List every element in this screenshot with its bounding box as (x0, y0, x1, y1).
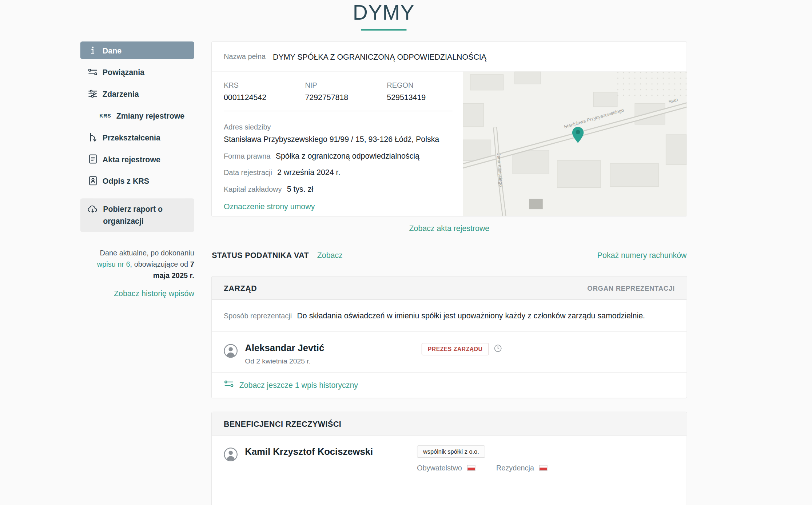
sidebar-item-akta-rejestrowe[interactable]: Akta rejestrowe (80, 150, 194, 168)
bank-accounts-link[interactable]: Pokaż numery rachunków (597, 251, 687, 259)
beneficiary-name: Kamil Krzysztof Kociszewski (245, 446, 417, 457)
representation-row: Sposób reprezentacji Do składania oświad… (212, 300, 686, 332)
board-member-role-area: PREZES ZARZĄDU (422, 343, 502, 355)
location-map[interactable]: Stanisława Przybyszewskiego Jana Kilińsk… (463, 71, 687, 216)
cloud-download-icon (88, 205, 98, 215)
sidebar-item-odpis-z-krs[interactable]: Odpis z KRS (80, 172, 194, 190)
share-capital-field: Kapitał zakładowy 5 tys. zł (224, 184, 453, 193)
registry-ids-row: KRS 0001124542 NIP 7292757818 REGON 5295… (224, 81, 453, 111)
registration-date-label: Data rejestracji (224, 168, 272, 177)
representation-text: Do składania oświadczeń w imieniu spółki… (297, 311, 645, 320)
entry-number-link[interactable]: wpisu nr 6 (97, 260, 130, 268)
sidebar-item-zmiany-rejestrowe[interactable]: KRS Zmiany rejestrowe (80, 107, 194, 124)
company-info-card: Nazwa pełna DYMY SPÓŁKA Z OGRANICZONĄ OD… (211, 41, 687, 216)
sidebar: Dane Powiązania Zdarzenia KRS Zmiany rej… (80, 41, 194, 298)
board-title: ZARZĄD (224, 283, 257, 292)
citizenship-row: Obywatelstwo Rezydencja (417, 464, 548, 472)
sidebar-item-label: Akta rejestrowe (103, 155, 160, 163)
beneficiaries-title: BENEFICJENCI RZECZYWIŚCI (224, 419, 341, 428)
download-report-label: Pobierz raport o organizacji (103, 203, 188, 227)
page: DYMY Dane Powiązania Zdarzenia KRS Zmian… (0, 0, 812, 505)
map-dark-building (529, 199, 543, 209)
person-avatar-icon (224, 344, 238, 360)
registration-date-value: 2 września 2024 r. (277, 168, 340, 176)
regon-label: REGON (387, 81, 426, 89)
poland-flag-icon (539, 465, 548, 471)
beneficiary-row: Kamil Krzysztof Kociszewski wspólnik spó… (212, 436, 686, 479)
board-member-row: Aleksandar Jevtić Od 2 kwietnia 2025 r. … (212, 332, 686, 372)
transform-icon (88, 132, 97, 142)
vat-check-link[interactable]: Zobacz (317, 251, 343, 259)
board-card-header: ZARZĄD ORGAN REPREZENTACJI (212, 277, 686, 300)
info-icon (88, 46, 97, 55)
map-canvas: Stanisława Przybyszewskiego Jana Kilińsk… (463, 71, 687, 216)
role-badge: PREZES ZARZĄDU (422, 343, 489, 355)
regon-field: REGON 529513419 (387, 81, 426, 102)
sidebar-item-label: Przekształcenia (103, 133, 160, 142)
sidebar-item-dane[interactable]: Dane (80, 41, 194, 59)
board-subtitle: ORGAN REPREZENTACJI (587, 284, 674, 292)
company-details: KRS 0001124542 NIP 7292757818 REGON 5295… (212, 71, 463, 216)
sidebar-item-powiazania[interactable]: Powiązania (80, 63, 194, 81)
board-history-row: Zobacz jeszcze 1 wpis historyczny (212, 372, 686, 398)
sidebar-item-przeksztalcenia[interactable]: Przekształcenia (80, 128, 194, 146)
sidebar-item-label: Odpis z KRS (103, 176, 149, 185)
board-member-since: Od 2 kwietnia 2025 r. (245, 357, 421, 365)
beneficiaries-card-header: BENEFICJENCI RZECZYWIŚCI (212, 412, 686, 436)
registry-files-row: Zobacz akta rejestrowe (211, 224, 687, 233)
full-name-value: DYMY SPÓŁKA Z OGRANICZONĄ ODPOWIEDZIALNO… (273, 52, 486, 61)
share-capital-value: 5 tys. zł (287, 184, 313, 193)
title-block: DYMY (80, 0, 687, 31)
history-entries-icon (224, 380, 234, 390)
board-card: ZARZĄD ORGAN REPREZENTACJI Sposób reprez… (211, 276, 687, 398)
poland-flag-icon (467, 465, 475, 471)
document-icon (88, 154, 97, 164)
vat-status-row: STATUS PODATNIKA VAT Zobacz Pokaż numery… (211, 251, 687, 259)
data-current-note: Dane aktualne, po dokonaniu wpisu nr 6, … (80, 247, 194, 282)
beneficiary-info: Kamil Krzysztof Kociszewski (245, 446, 417, 457)
title-underline (361, 29, 406, 31)
residency-label: Rezydencja (496, 464, 534, 472)
entries-history-link[interactable]: Zobacz historię wpisów (80, 289, 194, 298)
sidebar-item-zdarzenia[interactable]: Zdarzenia (80, 85, 194, 102)
beneficiaries-card: BENEFICJENCI RZECZYWIŚCI Kamil Krzysztof… (211, 412, 687, 505)
address-label: Adres siedziby (224, 123, 271, 131)
sidebar-item-label: Zdarzenia (103, 90, 139, 98)
nip-value: 7292757818 (305, 93, 387, 102)
note-part1: Dane aktualne, po dokonaniu (100, 248, 194, 257)
full-name-label: Nazwa pełna (224, 52, 266, 61)
registry-files-link[interactable]: Zobacz akta rejestrowe (409, 224, 489, 232)
sidebar-item-label: Zmiany rejestrowe (116, 111, 184, 120)
beneficiary-role-badge: wspólnik spółki z o.o. (417, 445, 485, 458)
legal-form-field: Forma prawna Spółka z ograniczoną odpowi… (224, 151, 453, 160)
beneficiary-role-area: wspólnik spółki z o.o. Obywatelstwo Rezy… (417, 446, 548, 472)
page-title: DYMY (80, 1, 687, 24)
board-member-name: Aleksandar Jevtić (245, 343, 421, 354)
clock-icon[interactable] (494, 344, 502, 354)
share-capital-label: Kapitał zakładowy (224, 185, 282, 193)
person-avatar-icon (224, 448, 238, 464)
address-field: Adres siedziby Stanisława Przybyszewskie… (224, 122, 453, 143)
krs-value: 0001124542 (224, 93, 305, 102)
info-body: KRS 0001124542 NIP 7292757818 REGON 5295… (212, 71, 686, 216)
sidebar-item-label: Dane (103, 46, 122, 55)
note-part2: , obowiązujące od (130, 260, 190, 268)
citizenship-label: Obywatelstwo (417, 464, 462, 472)
krs-label: KRS (224, 81, 305, 89)
relations-icon (88, 68, 97, 76)
nip-label: NIP (305, 81, 387, 89)
extract-icon (88, 176, 97, 186)
registration-date-field: Data rejestracji 2 września 2024 r. (224, 168, 453, 176)
agreement-party-link[interactable]: Oznaczenie strony umowy (224, 202, 315, 211)
board-history-link[interactable]: Zobacz jeszcze 1 wpis historyczny (239, 381, 358, 389)
krs-prefix: KRS (99, 113, 111, 119)
events-icon (88, 90, 97, 98)
vat-status-label: STATUS PODATNIKA VAT (212, 251, 309, 259)
krs-field: KRS 0001124542 (224, 81, 305, 102)
full-name-row: Nazwa pełna DYMY SPÓŁKA Z OGRANICZONĄ OD… (212, 42, 686, 71)
legal-form-label: Forma prawna (224, 152, 270, 160)
legal-form-value: Spółka z ograniczoną odpowiedzialnością (276, 151, 419, 160)
board-member-info: Aleksandar Jevtić Od 2 kwietnia 2025 r. (245, 343, 421, 365)
download-report-button[interactable]: Pobierz raport o organizacji (80, 198, 194, 232)
nip-field: NIP 7292757818 (305, 81, 387, 102)
